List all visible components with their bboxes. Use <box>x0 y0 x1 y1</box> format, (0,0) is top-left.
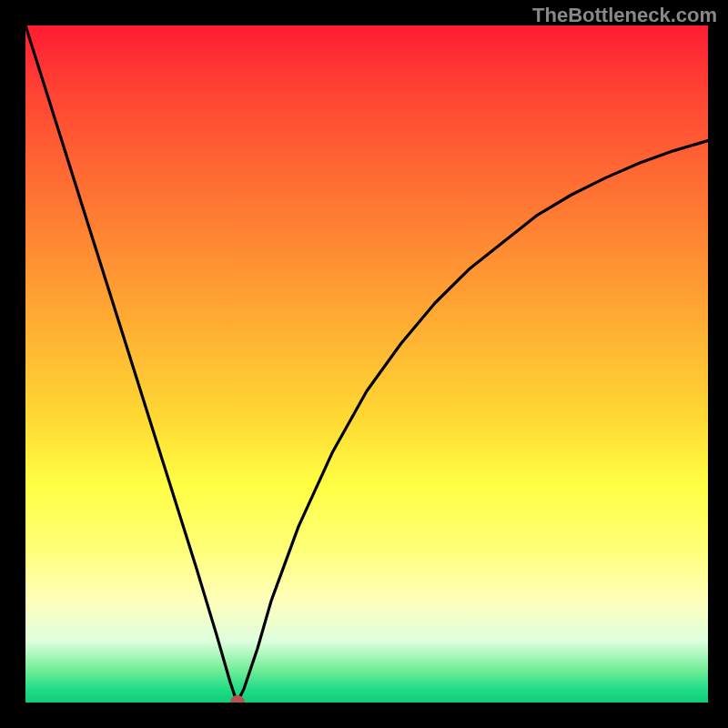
gradient-background <box>25 25 708 703</box>
plot-area <box>25 25 708 703</box>
watermark-text: TheBottleneck.com <box>532 4 717 27</box>
